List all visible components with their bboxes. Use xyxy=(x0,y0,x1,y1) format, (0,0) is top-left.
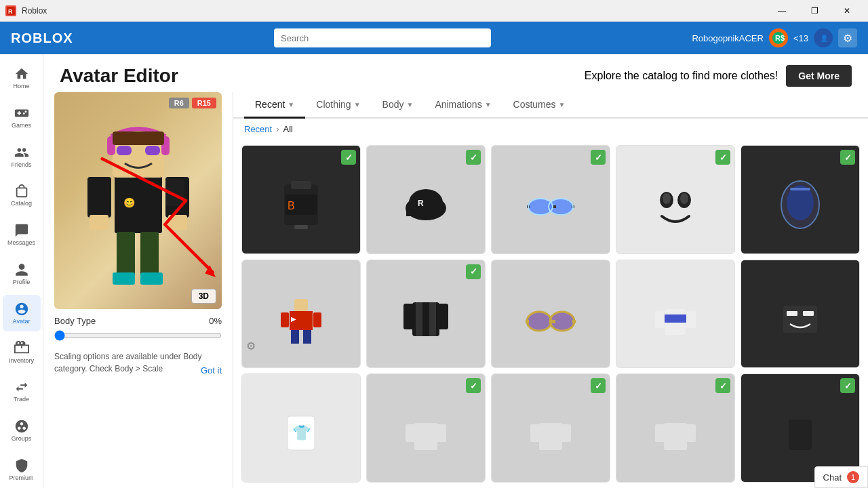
svg-rect-84 xyxy=(789,420,812,450)
svg-rect-21 xyxy=(165,179,184,206)
svg-rect-14 xyxy=(140,272,163,285)
item-card-roblox-jacket[interactable]: ✓ ROBLOX Jacket xyxy=(366,260,486,369)
nav-center xyxy=(274,28,491,47)
item-card-stylish-aviators[interactable]: Stylish Aviators xyxy=(491,260,610,369)
item-check-14: ✓ xyxy=(715,378,730,393)
sidebar-label-groups: Groups xyxy=(12,435,32,442)
catalog-panel: Recent ▼ Clothing ▼ Body ▼ Animations ▼ xyxy=(233,92,868,488)
top-nav: ROBLOX RobogopnikACER R$ <13 👤 ⚙ xyxy=(0,22,868,54)
tab-costumes[interactable]: Costumes ▼ xyxy=(502,92,576,119)
sidebar-label-home: Home xyxy=(13,83,29,89)
svg-text:👤: 👤 xyxy=(820,34,829,43)
got-it-button[interactable]: Got it xyxy=(201,365,222,375)
item-card-timur[interactable]: ▶ ⚙ TIMUR xyxy=(241,260,361,369)
svg-rect-12 xyxy=(140,232,159,276)
tabs-row: Recent ▼ Clothing ▼ Body ▼ Animations ▼ xyxy=(233,92,868,119)
sidebar-item-friends[interactable]: Friends xyxy=(3,138,41,175)
body-chevron-icon: ▼ xyxy=(406,101,413,108)
content-header: Avatar Editor Explore the catalog to fin… xyxy=(43,54,868,92)
timur-gear-icon: ⚙ xyxy=(246,340,256,352)
maximize-button[interactable]: ❐ xyxy=(799,0,830,22)
svg-rect-78 xyxy=(539,423,562,450)
scaling-notice: Scaling options are available under Body… xyxy=(54,350,222,375)
editor-area: R6 R15 xyxy=(43,92,868,488)
username-label: RobogopnikACER xyxy=(692,33,764,43)
item-card-13[interactable]: ✓ xyxy=(491,373,610,483)
item-check-5: ✓ xyxy=(840,150,855,165)
robux-icon[interactable]: R$ xyxy=(769,28,788,47)
body-type-slider[interactable] xyxy=(54,330,222,341)
svg-marker-23 xyxy=(205,265,216,277)
item-card-build-it-backpack[interactable]: B ✓ Build It Backpack xyxy=(241,145,361,254)
item-thumb-11: 👕 xyxy=(242,374,360,483)
scaling-text: Scaling options are available under Body… xyxy=(54,352,201,373)
r15-badge[interactable]: R15 xyxy=(192,98,216,108)
svg-rect-65 xyxy=(572,320,576,323)
tab-recent[interactable]: Recent ▼ xyxy=(244,92,305,119)
item-thumb-8 xyxy=(492,260,610,369)
sidebar-label-profile: Profile xyxy=(13,279,31,285)
svg-text:R: R xyxy=(8,8,13,15)
item-card-wonder-woman-shorts[interactable]: Wonder Woman Shorts xyxy=(616,260,735,369)
item-thumb-12: ✓ xyxy=(367,374,485,483)
svg-rect-50 xyxy=(313,312,321,327)
item-card-14[interactable]: ✓ xyxy=(616,373,735,483)
page-title: Avatar Editor xyxy=(60,65,178,87)
search-input[interactable] xyxy=(274,28,491,47)
sidebar-item-inventory[interactable]: Inventory xyxy=(3,334,41,371)
item-card-winning-smile[interactable]: ✓ Winning Smile xyxy=(616,145,735,254)
sidebar-item-games[interactable]: Games xyxy=(3,99,41,136)
tab-animations[interactable]: Animations ▼ xyxy=(424,92,502,119)
view-3d-button[interactable]: 3D xyxy=(191,289,216,304)
sidebar-label-friends: Friends xyxy=(11,161,31,168)
avatar-viewport: R6 R15 xyxy=(54,92,222,309)
item-card-speedy-shades[interactable]: ✓ Speedy Shades xyxy=(491,145,610,254)
sidebar-item-trade[interactable]: Trade xyxy=(3,373,41,410)
chat-label: Chat xyxy=(823,472,842,483)
sidebar-item-premium[interactable]: Premium xyxy=(3,451,41,488)
close-button[interactable]: ✕ xyxy=(831,0,863,22)
get-more-button[interactable]: Get More xyxy=(786,65,852,87)
svg-rect-68 xyxy=(655,310,665,328)
sidebar-item-avatar[interactable]: Avatar xyxy=(3,295,41,331)
svg-rect-71 xyxy=(787,311,797,316)
sidebar-item-catalog[interactable]: Catalog xyxy=(3,177,41,214)
breadcrumb: Recent › All xyxy=(233,119,868,140)
svg-rect-72 xyxy=(803,311,814,316)
sidebar-item-home[interactable]: Home xyxy=(3,60,41,96)
tab-body[interactable]: Body ▼ xyxy=(372,92,425,119)
sidebar-item-messages[interactable]: Messages xyxy=(3,216,41,253)
sidebar-item-profile[interactable]: Profile xyxy=(3,256,41,292)
svg-rect-75 xyxy=(414,423,437,450)
chat-bar[interactable]: Chat 1 xyxy=(814,466,868,488)
svg-rect-58 xyxy=(429,302,436,336)
title-bar: R Roblox — ❐ ✕ xyxy=(0,0,868,22)
item-card-man-face[interactable]: Man Face xyxy=(741,260,860,369)
r6-badge[interactable]: R6 xyxy=(169,98,189,108)
costumes-chevron-icon: ▼ xyxy=(559,101,566,108)
tab-clothing[interactable]: Clothing ▼ xyxy=(305,92,371,119)
svg-rect-64 xyxy=(526,320,529,323)
sidebar-label-catalog: Catalog xyxy=(11,200,32,207)
svg-text:▶: ▶ xyxy=(291,315,296,323)
item-thumb-6: ▶ ⚙ xyxy=(242,260,360,369)
sidebar-item-groups[interactable]: Groups xyxy=(3,412,41,449)
svg-rect-9 xyxy=(90,215,108,230)
item-card-eggphone[interactable]: ✓ Eggphone xyxy=(741,145,860,254)
svg-rect-7 xyxy=(87,177,111,218)
breadcrumb-separator: › xyxy=(276,124,279,134)
avatar-badges: R6 R15 xyxy=(169,98,216,108)
svg-rect-13 xyxy=(113,272,135,285)
minimize-button[interactable]: — xyxy=(766,0,797,22)
svg-rect-76 xyxy=(406,424,415,442)
item-thumb-1: B ✓ xyxy=(242,146,360,254)
svg-text:👕: 👕 xyxy=(292,424,311,442)
item-card-12[interactable]: ✓ xyxy=(366,373,486,483)
svg-rect-69 xyxy=(686,310,696,328)
breadcrumb-parent[interactable]: Recent xyxy=(244,124,272,134)
sidebar-label-games: Games xyxy=(12,122,31,129)
settings-icon[interactable]: ⚙ xyxy=(838,28,857,47)
svg-rect-16 xyxy=(117,146,132,155)
item-card-11[interactable]: 👕 xyxy=(241,373,361,483)
item-card-baseball-cap[interactable]: R ✓ Roblox Baseball Cap xyxy=(366,145,486,254)
